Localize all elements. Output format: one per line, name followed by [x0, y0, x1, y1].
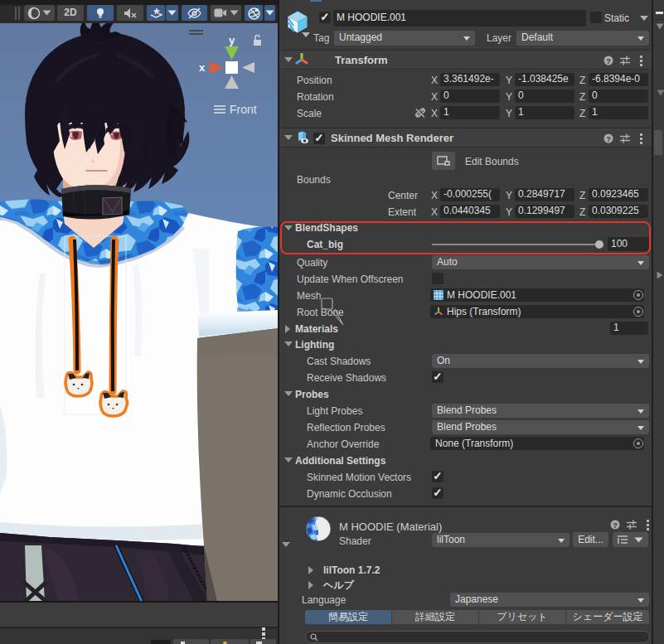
svg-text:?: ? — [606, 135, 611, 143]
svg-text:y: y — [229, 34, 235, 46]
svg-text:?: ? — [606, 57, 611, 65]
svg-text:?: ? — [613, 521, 618, 530]
svg-text:Front: Front — [230, 103, 257, 116]
svg-text:x: x — [199, 61, 206, 74]
